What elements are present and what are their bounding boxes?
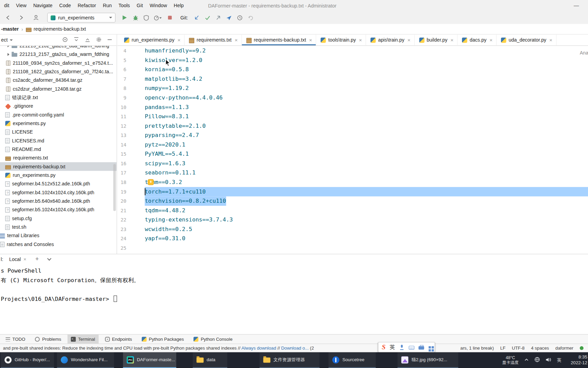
code-line-24[interactable]: 24yapf==0.31.0 (117, 234, 588, 244)
tree-item-segformer-b5-640x640-ade-160k-pth[interactable]: segformer.b5.640x640.ade.160k.pth (0, 197, 117, 205)
settings-gear-icon[interactable] (96, 36, 102, 43)
code-line-6[interactable]: 6kornia==0.5.8 (117, 65, 588, 75)
taskbar-app-daformer-maste[interactable]: DAFormer-maste... (123, 352, 176, 368)
tab-dacs-py[interactable]: dacs.py× (458, 34, 497, 45)
menu-tools[interactable]: Tools (115, 0, 133, 11)
code-line-12[interactable]: 12prettytable==2.1.0 (117, 121, 588, 131)
breadcrumb-file[interactable]: requirements-backup.txt (34, 26, 86, 32)
code-line-17[interactable]: 17seaborn==0.11.1 (117, 168, 588, 178)
back-icon[interactable] (5, 15, 11, 21)
gpu-temp-widget[interactable]: 48°C 显卡温度 (502, 355, 519, 365)
tool-window-button-endpoints[interactable]: Endpoints (101, 335, 135, 343)
close-icon[interactable]: × (549, 37, 552, 43)
tree-item-cs2dzur-daformer-12408-tar-gz[interactable]: cs2dzur_daformer_12408.tar.gz (0, 85, 117, 93)
history-clock-icon[interactable] (237, 15, 243, 21)
code-line-4[interactable]: 4humanfriendly==9.2 (117, 46, 588, 56)
intention-bulb-icon[interactable] (148, 179, 154, 185)
network-icon[interactable] (534, 357, 540, 364)
menu-code[interactable]: Code (56, 0, 74, 11)
close-icon[interactable]: × (234, 37, 238, 43)
code-line-21[interactable]: 21tqdm==4.48.2 (117, 206, 588, 215)
tree-item-requirements-backup-txt[interactable]: requirements-backup.txt (0, 162, 117, 171)
run-with-coverage-button[interactable] (144, 15, 149, 21)
tab-run-experiments-py[interactable]: run_experiments.py× (120, 34, 185, 45)
tree-item-run-experiments-py[interactable]: run_experiments.py (0, 171, 117, 179)
minimize-button[interactable]: — (574, 0, 579, 11)
menu-run[interactable]: Run (99, 0, 115, 11)
tab-builder-py[interactable]: builder.py× (414, 34, 458, 45)
close-icon[interactable]: × (451, 37, 454, 43)
project-view-selector[interactable]: ect (1, 37, 7, 43)
tree-item-gitignore[interactable]: .gitignore (0, 102, 117, 110)
close-icon[interactable]: × (23, 256, 26, 262)
keyboard-icon[interactable] (409, 346, 414, 349)
code-line-16[interactable]: 16scipy==1.6.3 (117, 159, 588, 168)
grid-icon[interactable] (429, 346, 431, 349)
menu-window[interactable]: Window (146, 0, 170, 11)
hide-panel-icon[interactable] (107, 36, 112, 43)
tree-item-requirements-txt[interactable]: requirements.txt (0, 154, 117, 162)
run-button[interactable] (122, 15, 127, 20)
terminal-tab-local[interactable]: Local × (9, 256, 26, 262)
code-line-23[interactable]: 23wcwidth==0.2.5 (117, 225, 588, 234)
code-line-15[interactable]: 15PyYAML==5.4.1 (117, 150, 588, 159)
always-download-link[interactable]: Always download (241, 346, 276, 351)
code-line-20[interactable]: 20torchvision==0.8.2+cu110 (117, 196, 588, 206)
tree-item-test-sh[interactable]: test.sh (0, 223, 117, 231)
code-line-13[interactable]: 13pyparsing==2.4.7 (117, 131, 588, 140)
taskbar-app-wondershare-fil[interactable]: Wondershare Fil... (57, 352, 114, 368)
tree-item-setup-cfg[interactable]: setup.cfg (0, 214, 117, 223)
tray-language-indicator[interactable]: 英 (557, 357, 561, 363)
volume-icon[interactable] (545, 357, 551, 363)
status-item-daformer[interactable]: daformer (555, 346, 573, 351)
tree-item-211108-0934-syn2cs-daformer-s1-e7524-t[interactable]: 211108_0934_syn2cs_daformer_s1_e7524.t..… (0, 59, 117, 67)
tree-item-211108-1622-gta2cs-daformer-s0-7f24c-ta[interactable]: 211108_1622_gta2cs_daformer_s0_7f24c.ta.… (0, 67, 117, 76)
tree-item-pre-commit-config-yaml[interactable]: .pre-commit-config.yaml (0, 110, 117, 119)
menu-navigate[interactable]: Navigate (30, 0, 56, 11)
tool-window-button-problems[interactable]: Problems (32, 335, 65, 343)
code-line-5[interactable]: 5kiwisolver==1.2.0 (117, 56, 588, 65)
menu-refactor[interactable]: Refactor (74, 0, 99, 11)
menu-dit[interactable]: dit (1, 0, 13, 11)
collapse-all-icon[interactable] (85, 36, 91, 43)
locate-file-icon[interactable] (62, 36, 68, 43)
breadcrumb-project[interactable]: -master (1, 26, 19, 32)
git-commit-icon[interactable] (205, 15, 211, 20)
status-indicator[interactable] (580, 346, 584, 350)
debug-button[interactable] (133, 15, 138, 21)
tray-chevron-up-icon[interactable] (524, 357, 529, 363)
tree-item-segformer-b4-512x512-ade-160k-pth[interactable]: segformer.b4.512x512.ade.160k.pth (0, 180, 117, 188)
tool-window-button-terminal[interactable]: Terminal (68, 335, 99, 343)
forward-icon[interactable] (18, 15, 24, 21)
tree-item-segformer-b5-1024x1024-city-160k-pth[interactable]: segformer.b5.1024x1024.city.160k.pth (0, 205, 117, 214)
code-line-10[interactable]: 10pandas==1.1.3 (117, 103, 588, 112)
chevron-right-icon[interactable] (7, 53, 10, 56)
tab-tools-train-py[interactable]: tools\train.py× (316, 34, 366, 45)
microphone-icon[interactable] (399, 344, 405, 350)
code-line-18[interactable]: 18timm==0.3.2 (117, 178, 588, 187)
rollback-icon[interactable] (248, 15, 254, 21)
git-push-icon[interactable] (216, 15, 222, 21)
close-icon[interactable]: × (407, 37, 410, 43)
tree-item-ternal-libraries[interactable]: ternal Libraries (0, 231, 117, 240)
tree-item-cs2acdc-daformer-84364-tar-gz[interactable]: cs2acdc_daformer_84364.tar.gz (0, 76, 117, 85)
tree-item-ratches-and-consoles[interactable]: ratches and Consoles (0, 240, 117, 248)
code-line-7[interactable]: 7matplotlib==3.4.2 (117, 74, 588, 84)
close-icon[interactable]: × (309, 37, 312, 43)
code-line-14[interactable]: 14pytz==2020.1 (117, 140, 588, 150)
tree-item-license[interactable]: LICENSE (0, 128, 117, 136)
tab-requirements-txt[interactable]: requirements.txt× (185, 34, 242, 45)
stop-button[interactable] (168, 15, 172, 20)
status-item-4-spaces[interactable]: 4 spaces (531, 346, 549, 351)
inspection-widget[interactable]: Ana (580, 50, 588, 56)
tab-uda-decorator-py[interactable]: uda_decorator.py× (497, 34, 557, 45)
code-line-25[interactable]: 25 (117, 243, 588, 253)
chevron-down-icon[interactable] (47, 257, 51, 261)
git-update-icon[interactable] (194, 15, 200, 21)
new-terminal-icon[interactable]: + (35, 256, 39, 262)
tool-window-button-python-console[interactable]: Python Console (190, 335, 236, 343)
tree-item-segformer-b4-1024x1024-city-160k-pth[interactable]: segformer.b4.1024x1024.city.160k.pth (0, 188, 117, 197)
menu-view[interactable]: View (13, 0, 30, 11)
run-configuration-select[interactable]: run_experiments (47, 13, 116, 22)
user-icon[interactable] (33, 15, 39, 21)
